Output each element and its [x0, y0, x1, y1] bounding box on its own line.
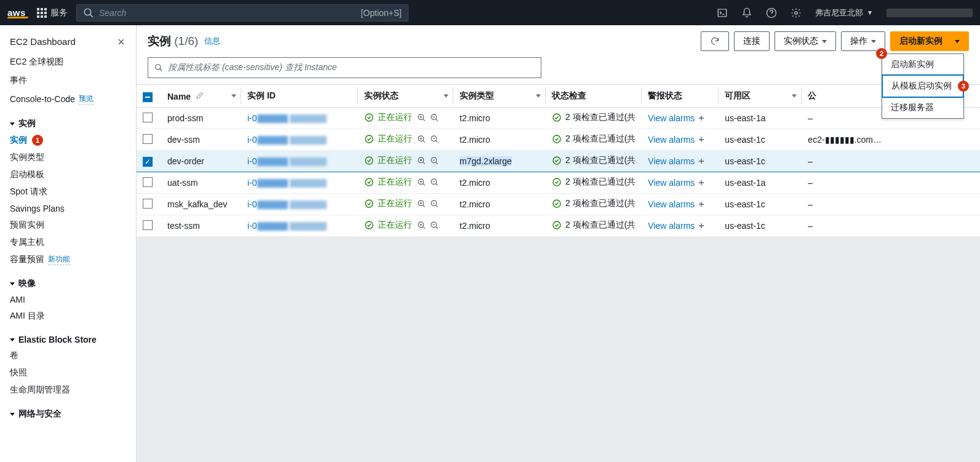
sidebar-title[interactable]: EC2 Dashboard: [10, 36, 76, 47]
row-checkbox[interactable]: [143, 220, 153, 230]
services-menu[interactable]: 服务: [37, 7, 68, 18]
sidebar-item-dedicated[interactable]: 专属主机: [0, 234, 136, 251]
info-link[interactable]: 信息: [204, 36, 220, 47]
sidebar-item-events[interactable]: 事件: [0, 71, 136, 90]
close-icon[interactable]: [116, 37, 126, 47]
help-icon[interactable]: [766, 7, 777, 18]
global-search[interactable]: Search [Option+S]: [76, 4, 408, 22]
svg-point-9: [365, 135, 373, 143]
svg-point-25: [365, 221, 373, 229]
cell-type: t2.micro: [453, 108, 546, 129]
top-nav: aws 服务 Search [Option+S] 弗吉尼亚北部 ▼: [0, 0, 980, 25]
cell-state: 正在运行: [358, 108, 453, 129]
sidebar-item-snapshots[interactable]: 快照: [0, 364, 136, 381]
table-row[interactable]: test-ssmi-0 正在运行t2.micro2 项检查已通过(共View a…: [137, 215, 980, 237]
cell-id[interactable]: i-0: [241, 151, 358, 172]
sidebar-item-types[interactable]: 实例类型: [0, 149, 136, 166]
sidebar-section-images[interactable]: 映像: [0, 268, 136, 292]
col-alarm[interactable]: 警报状态: [642, 85, 719, 108]
cell-alarm[interactable]: View alarms: [642, 172, 719, 194]
row-checkbox[interactable]: [143, 199, 153, 209]
sidebar-item-ami-catalog[interactable]: AMI 目录: [0, 308, 136, 325]
cell-az: us-east-1c: [719, 151, 802, 172]
region-selector[interactable]: 弗吉尼亚北部 ▼: [815, 7, 873, 18]
dropdown-launch[interactable]: 启动新实例: [882, 54, 963, 75]
table-row[interactable]: prod-ssmi-0 正在运行t2.micro2 项检查已通过(共View a…: [137, 108, 980, 129]
instance-state-button[interactable]: 实例状态: [775, 31, 836, 51]
cell-check: 2 项检查已通过(共: [546, 108, 642, 129]
sidebar-item-spot[interactable]: Spot 请求: [0, 183, 136, 201]
dropdown-template[interactable]: 从模板启动实例 3: [882, 74, 964, 98]
sidebar-item-savings[interactable]: Savings Plans: [0, 201, 136, 217]
sidebar-item-lifecycle[interactable]: 生命周期管理器: [0, 381, 136, 399]
sidebar-item-volumes[interactable]: 卷: [0, 347, 136, 364]
launch-button[interactable]: 启动新实例: [890, 31, 969, 51]
edit-icon[interactable]: [196, 92, 204, 102]
cell-name: msk_kafka_dev: [161, 194, 241, 215]
row-checkbox[interactable]: [143, 157, 153, 167]
page-header: 实例 (1/6) 信息 连接 实例状态 操作 启动新实例 按属性或标签 (cas…: [137, 25, 980, 85]
cell-alarm[interactable]: View alarms: [642, 194, 719, 215]
cell-alarm[interactable]: View alarms: [642, 215, 719, 237]
cell-id[interactable]: i-0: [241, 215, 358, 237]
cell-id[interactable]: i-0: [241, 108, 358, 129]
gear-icon[interactable]: [791, 7, 802, 18]
col-check[interactable]: 状态检查: [546, 85, 642, 108]
cell-id[interactable]: i-0: [241, 129, 358, 151]
sidebar-item-instances[interactable]: 实例 1: [0, 132, 136, 149]
sidebar-item-ami[interactable]: AMI: [0, 292, 136, 308]
cell-id[interactable]: i-0: [241, 172, 358, 194]
sidebar-section-ebs[interactable]: Elastic Block Store: [0, 325, 136, 347]
connect-button[interactable]: 连接: [734, 31, 770, 51]
col-type[interactable]: 实例类型: [453, 85, 546, 108]
row-checkbox[interactable]: [143, 134, 153, 144]
sidebar-item-c2c[interactable]: Console-to-Code 预览: [0, 90, 136, 108]
cell-pub: –: [802, 215, 980, 237]
table-row[interactable]: dev-orderi-0 正在运行m7gd.2xlarge2 项检查已通过(共V…: [137, 151, 980, 172]
row-checkbox[interactable]: [143, 113, 153, 122]
svg-point-16: [553, 157, 560, 164]
col-name[interactable]: Name: [161, 85, 241, 108]
cell-type: t2.micro: [453, 172, 546, 194]
sidebar-section-instances[interactable]: 实例: [0, 108, 136, 132]
sidebar-item-templates[interactable]: 启动模板: [0, 166, 136, 183]
svg-point-13: [365, 157, 373, 164]
sidebar: EC2 Dashboard EC2 全球视图 事件 Console-to-Cod…: [0, 25, 137, 462]
sidebar-item-global[interactable]: EC2 全球视图: [0, 53, 136, 71]
svg-point-4: [156, 65, 161, 70]
zoom-icons[interactable]: [417, 113, 439, 122]
zoom-icons[interactable]: [417, 199, 439, 209]
col-az[interactable]: 可用区: [719, 85, 802, 108]
zoom-icons[interactable]: [417, 135, 439, 144]
cell-id[interactable]: i-0: [241, 194, 358, 215]
aws-logo[interactable]: aws: [7, 7, 28, 18]
cell-alarm[interactable]: View alarms: [642, 108, 719, 129]
bell-icon[interactable]: [741, 7, 752, 18]
cell-type: t2.micro: [453, 194, 546, 215]
table-empty-area: [137, 237, 980, 462]
zoom-icons[interactable]: [417, 221, 439, 230]
dropdown-migrate[interactable]: 迁移服务器: [882, 97, 963, 118]
zoom-icons[interactable]: [417, 178, 439, 187]
sidebar-section-net[interactable]: 网络与安全: [0, 399, 136, 422]
account-redacted[interactable]: [886, 9, 973, 17]
search-icon: [154, 63, 163, 72]
cell-az: us-east-1c: [719, 194, 802, 215]
table-row[interactable]: msk_kafka_devi-0 正在运行t2.micro2 项检查已通过(共V…: [137, 194, 980, 215]
sidebar-item-capacity[interactable]: 容量预留 新功能: [0, 251, 136, 268]
zoom-icons[interactable]: [417, 156, 439, 165]
cloudshell-icon[interactable]: [717, 7, 728, 18]
col-state[interactable]: 实例状态: [358, 85, 453, 108]
cell-alarm[interactable]: View alarms: [642, 129, 719, 151]
cell-alarm[interactable]: View alarms: [642, 151, 719, 172]
row-checkbox[interactable]: [143, 177, 153, 187]
table-row[interactable]: uat-ssmi-0 正在运行t2.micro2 项检查已通过(共View al…: [137, 172, 980, 194]
svg-point-21: [365, 200, 373, 207]
select-all-checkbox[interactable]: [143, 92, 153, 102]
refresh-button[interactable]: [701, 31, 729, 51]
preview-tag: 预览: [79, 94, 94, 105]
col-id[interactable]: 实例 ID: [241, 85, 358, 108]
filter-input[interactable]: 按属性或标签 (case-sensitive) 查找 Instance: [148, 57, 541, 78]
table-row[interactable]: dev-ssmi-0 正在运行t2.micro2 项检查已通过(共View al…: [137, 129, 980, 151]
sidebar-item-reserved[interactable]: 预留实例: [0, 217, 136, 234]
